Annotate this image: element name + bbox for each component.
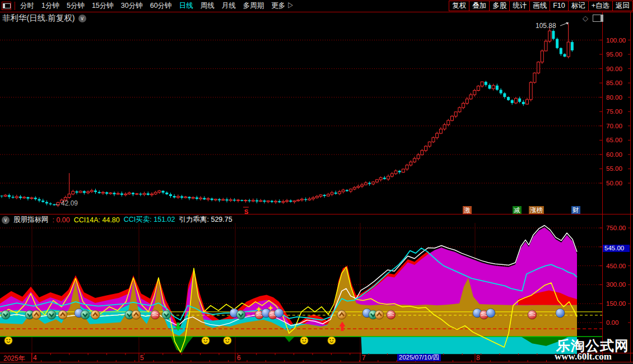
chart-canvas[interactable]: 105.88←42.09S [0, 0, 633, 364]
month-label-7: 7 [362, 354, 366, 362]
price-tick-label: 85.00 [606, 80, 622, 86]
separator [15, 2, 15, 10]
price-tick-label: 90.00 [606, 66, 622, 72]
tab-1min[interactable]: 1分钟 [41, 1, 59, 11]
month-label-6: 6 [237, 354, 241, 362]
toolbar-right: 复权 叠加 多股 统计 画线 F10 标记 +自选 返回 [449, 1, 633, 11]
button-add-watchlist[interactable]: +自选 [588, 1, 613, 11]
indicator-header: ∨ 股朋指标网 : 0.00 CCI14A: 44.80 CCI买卖: 151.… [2, 215, 232, 225]
tab-fenshi[interactable]: 分时 [20, 1, 34, 11]
indicator-value-yinli: 引力乖离: 529.75 [179, 215, 232, 225]
tab-weekly[interactable]: 周线 [201, 1, 215, 11]
overlay-tag-激[interactable]: 激 [463, 206, 472, 214]
price-tick-label: 100.00 [606, 37, 626, 44]
menu-more[interactable]: 更多 ▷ [271, 1, 294, 11]
overlay-tag-涨榜[interactable]: 涨榜 [529, 206, 544, 214]
price-tick-label: 80.00 [606, 94, 622, 101]
page-title: 菲利华(日线.前复权) [2, 13, 75, 24]
indicator-tick-label: 750.00 [606, 225, 626, 231]
tab-daily[interactable]: 日线 [179, 1, 193, 11]
app-window: 105.88←42.09S 分时 1分钟 5分钟 15分钟 30分钟 60分钟 … [0, 0, 633, 364]
chevron-down-icon[interactable]: ∨ [2, 216, 10, 224]
month-label-8: 8 [476, 354, 480, 362]
button-fuquan[interactable]: 复权 [449, 1, 469, 11]
indicator-value-0: : 0.00 [53, 216, 70, 224]
tab-30min[interactable]: 30分钟 [121, 1, 143, 11]
tab-15min[interactable]: 15分钟 [92, 1, 114, 11]
button-back[interactable]: 返回 [612, 1, 633, 11]
indicator-value-ccibuy: CCI买卖: 151.02 [124, 215, 175, 225]
top-menu-bar: 分时 1分钟 5分钟 15分钟 30分钟 60分钟 日线 周线 月线 多周期 更… [0, 0, 633, 12]
price-tick-label: 65.00 [606, 137, 622, 143]
watermark-site-url: www.60lt.com [555, 351, 612, 362]
overlay-tag-财[interactable]: 财 [571, 206, 580, 214]
cursor-date-badge: 2025/07/10/四 [397, 354, 441, 361]
month-label-5: 5 [140, 354, 144, 362]
tab-monthly[interactable]: 月线 [222, 1, 236, 11]
price-tick-label: 75.00 [606, 108, 622, 115]
price-tick-label: 55.00 [606, 165, 622, 172]
button-multi-stock[interactable]: 多股 [489, 1, 510, 11]
tab-5min[interactable]: 5分钟 [67, 1, 85, 11]
candle-annotations [243, 22, 569, 207]
chart-title-row: 菲利华(日线.前复权) ∨ [2, 13, 86, 24]
tab-60min[interactable]: 60分钟 [150, 1, 172, 11]
month-label-4: 4 [33, 354, 37, 362]
split-panel-icon[interactable] [593, 15, 603, 22]
price-tick-label: 60.00 [606, 151, 622, 158]
year-label: 2025年 [3, 354, 25, 363]
price-tick-label: 50.00 [606, 180, 622, 186]
chart-corner-icons: ◇ [583, 14, 603, 22]
button-drawline[interactable]: 画线 [529, 1, 550, 11]
overlay-tag-减[interactable]: 减 [513, 206, 522, 214]
indicator-last-value-badge: 545.00 [603, 245, 630, 252]
indicator-tick-label: 450.00 [606, 263, 626, 269]
diamond-icon[interactable]: ◇ [583, 14, 588, 22]
indicator-tick-label: 300.00 [606, 281, 626, 288]
indicator-value-cci14a: CCI14A: 44.80 [74, 216, 120, 224]
svg-text:S: S [244, 208, 248, 215]
chevron-down-icon[interactable]: ∨ [78, 15, 86, 22]
price-tick-label: 70.00 [606, 123, 622, 129]
indicator-tick-label: 150.00 [606, 300, 626, 307]
indicator-name[interactable]: 股朋指标网 [13, 215, 49, 225]
indicator-tick-label: 0.00 [606, 319, 618, 326]
window-layout-icon[interactable] [2, 2, 11, 10]
button-statistics[interactable]: 统计 [509, 1, 530, 11]
button-f10[interactable]: F10 [550, 1, 569, 11]
candlestick-series [1, 23, 574, 207]
tab-multi-period[interactable]: 多周期 [243, 1, 264, 11]
svg-text:105.88: 105.88 [536, 22, 556, 30]
button-mark[interactable]: 标记 [568, 1, 589, 11]
price-tick-label: 95.00 [606, 51, 622, 58]
button-overlay[interactable]: 叠加 [469, 1, 490, 11]
svg-text:←42.09: ←42.09 [54, 199, 78, 207]
